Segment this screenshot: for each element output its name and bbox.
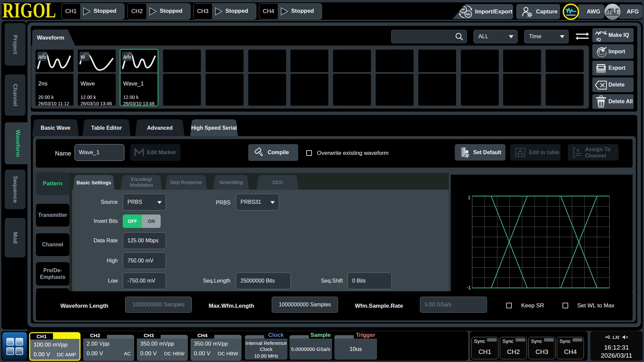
- svg-text:1: 1: [468, 195, 471, 200]
- svg-text:IQ: IQ: [596, 37, 601, 42]
- svg-text:RIGOL: RIGOL: [2, 3, 56, 19]
- svg-text:-1: -1: [467, 285, 471, 290]
- svg-text:LXI: LXI: [612, 335, 619, 340]
- svg-text:Arb: Arb: [38, 54, 46, 60]
- svg-text:W: W: [80, 54, 86, 60]
